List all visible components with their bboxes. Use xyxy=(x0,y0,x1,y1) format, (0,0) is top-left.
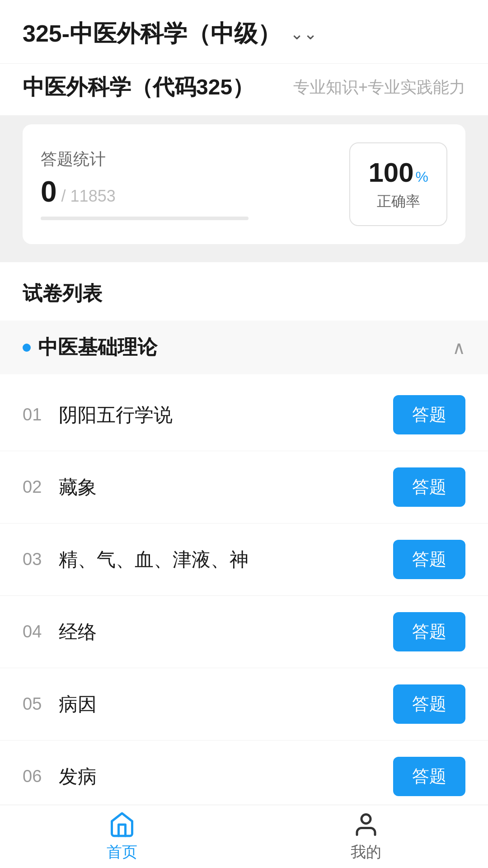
home-icon xyxy=(108,811,136,838)
category-title: 中医基础理论 xyxy=(38,334,157,361)
exam-number: 04 xyxy=(23,622,50,642)
answer-button[interactable]: 答题 xyxy=(393,757,465,796)
app-container: 325-中医外科学（中级） ⌄⌄ 中医外科学（代码325） 专业知识+专业实践能… xyxy=(0,0,488,868)
stats-card: 答题统计 0 / 11853 100 % 正确率 xyxy=(23,124,465,244)
answer-button[interactable]: 答题 xyxy=(393,467,465,507)
exam-name: 藏象 xyxy=(59,475,97,500)
exam-list-header: 试卷列表 xyxy=(0,262,488,316)
exam-number: 05 xyxy=(23,694,50,714)
exam-number: 02 xyxy=(23,477,50,497)
bottom-nav: 首页 我的 xyxy=(0,805,488,868)
answer-button[interactable]: 答题 xyxy=(393,612,465,651)
exam-number: 03 xyxy=(23,550,50,569)
accuracy-percent: % xyxy=(416,169,428,185)
blue-dot-icon xyxy=(23,344,31,352)
exam-item: 01 阴阳五行学说 答题 xyxy=(0,379,488,451)
category-header[interactable]: 中医基础理论 ∧ xyxy=(0,321,488,374)
exam-item: 05 病因 答题 xyxy=(0,668,488,741)
exam-item: 03 精、气、血、津液、神 答题 xyxy=(0,524,488,596)
nav-label-mine: 我的 xyxy=(351,842,381,863)
stats-left: 答题统计 0 / 11853 xyxy=(41,148,249,220)
progress-bar-container xyxy=(41,217,249,220)
nav-label-home: 首页 xyxy=(107,842,137,863)
nav-item-mine[interactable]: 我的 xyxy=(244,805,488,868)
answer-button[interactable]: 答题 xyxy=(393,395,465,434)
exam-name: 发病 xyxy=(59,764,97,789)
exam-item-left: 04 经络 xyxy=(23,619,97,645)
exam-number: 06 xyxy=(23,767,50,786)
exam-name: 精、气、血、津液、神 xyxy=(59,547,249,572)
accuracy-value-row: 100 % xyxy=(368,157,428,188)
exam-item: 04 经络 答题 xyxy=(0,596,488,668)
exam-items-container: 01 阴阳五行学说 答题 02 藏象 答题 03 精、气、血、津液、神 答题 0… xyxy=(0,379,488,813)
nav-item-home[interactable]: 首页 xyxy=(0,805,244,868)
answer-button[interactable]: 答题 xyxy=(393,684,465,724)
accuracy-box: 100 % 正确率 xyxy=(349,142,447,226)
exam-item-left: 02 藏象 xyxy=(23,475,97,500)
subtitle-text: 中医外科学（代码325） xyxy=(23,73,254,102)
subtitle-description: 专业知识+专业实践能力 xyxy=(293,76,465,99)
exam-item-left: 06 发病 xyxy=(23,764,97,789)
chevron-up-icon[interactable]: ∧ xyxy=(452,337,465,358)
svg-point-0 xyxy=(361,814,371,823)
exam-number: 01 xyxy=(23,405,50,425)
exam-item: 06 发病 答题 xyxy=(0,741,488,813)
exam-item-left: 05 病因 xyxy=(23,692,97,717)
accuracy-label: 正确率 xyxy=(377,192,420,212)
exam-item: 02 藏象 答题 xyxy=(0,451,488,524)
header-title: 325-中医外科学（中级） xyxy=(23,18,281,50)
exam-name: 病因 xyxy=(59,692,97,717)
exam-item-left: 03 精、气、血、津液、神 xyxy=(23,547,249,572)
exam-list-section: 试卷列表 中医基础理论 ∧ 01 阴阳五行学说 答题 02 藏象 答题 xyxy=(0,262,488,813)
stats-progress: 0 / 11853 xyxy=(41,175,249,208)
stats-current: 0 xyxy=(41,175,57,208)
exam-name: 经络 xyxy=(59,619,97,645)
section-divider xyxy=(0,253,488,262)
category-left: 中医基础理论 xyxy=(23,334,157,361)
exam-name: 阴阳五行学说 xyxy=(59,402,173,428)
chevron-down-icon[interactable]: ⌄⌄ xyxy=(290,24,317,43)
header: 325-中医外科学（中级） ⌄⌄ xyxy=(0,0,488,63)
stats-label: 答题统计 xyxy=(41,148,249,170)
subtitle-bar: 中医外科学（代码325） 专业知识+专业实践能力 xyxy=(0,63,488,115)
stats-total: / 11853 xyxy=(61,187,116,206)
accuracy-value: 100 xyxy=(368,157,413,188)
answer-button[interactable]: 答题 xyxy=(393,540,465,579)
person-icon xyxy=(352,811,380,838)
exam-item-left: 01 阴阳五行学说 xyxy=(23,402,173,428)
